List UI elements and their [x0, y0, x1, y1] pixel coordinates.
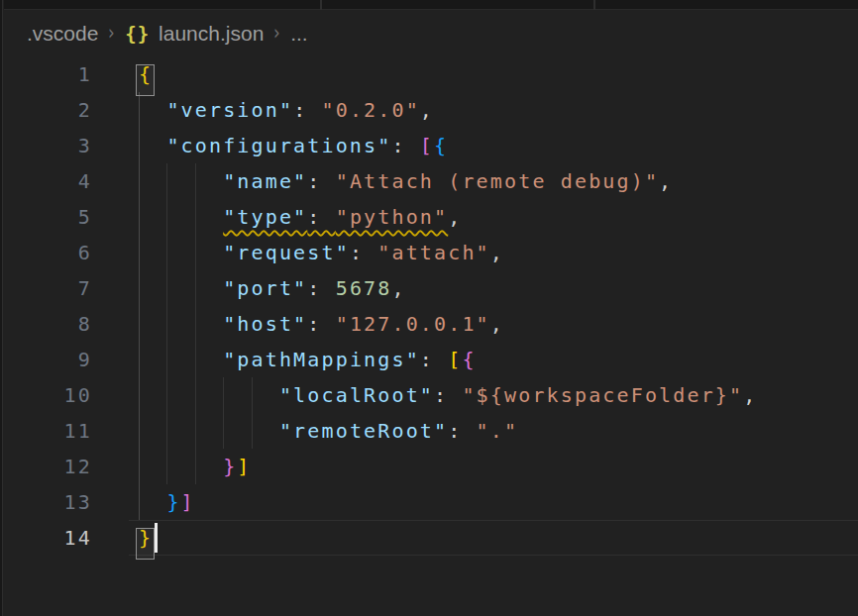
line-number[interactable]: 2: [3, 92, 92, 128]
code-text: "version": "0.2.0",: [139, 92, 858, 128]
breadcrumb-item-symbols[interactable]: ...: [290, 22, 308, 46]
token: :: [307, 276, 335, 300]
code-text: "request": "attach",: [139, 235, 858, 270]
line-number[interactable]: 3: [3, 128, 92, 163]
token: [: [420, 134, 434, 157]
json-file-icon: {}: [125, 23, 150, 45]
line-number[interactable]: 11: [3, 413, 92, 449]
token: ]: [181, 490, 195, 514]
line-number[interactable]: 7: [3, 270, 92, 306]
code-line[interactable]: 8 "host": "127.0.0.1",: [3, 306, 858, 342]
chevron-right-icon: ›: [273, 20, 280, 45]
code-line[interactable]: 10 "localRoot": "${workspaceFolder}",: [3, 377, 858, 413]
chevron-right-icon: ›: [108, 20, 115, 45]
code-text: "type": "python",: [139, 199, 858, 235]
token: :: [307, 169, 335, 193]
token: [: [448, 348, 462, 371]
token: 5678: [336, 276, 392, 300]
token: ,: [490, 241, 504, 264]
token: }: [223, 455, 237, 478]
token: }: [139, 526, 153, 550]
line-number[interactable]: 12: [3, 449, 92, 484]
token: "port": [223, 276, 307, 300]
code-text: }: [139, 520, 858, 556]
code-text: }]: [139, 449, 858, 484]
token: "0.2.0": [322, 98, 420, 122]
token: ,: [420, 98, 434, 122]
code-text: "port": 5678,: [139, 270, 858, 306]
code-tokens: "pathMappings": [{: [139, 348, 477, 371]
tab-divider: [320, 0, 322, 10]
code-line[interactable]: 2 "version": "0.2.0",: [3, 92, 858, 128]
token: ,: [659, 169, 673, 193]
code-line[interactable]: 3 "configurations": [{: [3, 128, 858, 163]
token: :: [420, 348, 448, 371]
token: :: [391, 134, 419, 157]
text-cursor: [155, 523, 158, 553]
code-tokens: {: [139, 62, 153, 86]
tab-divider: [593, 0, 595, 10]
token: "Attach (remote debug)": [336, 169, 659, 193]
code-tokens: }: [139, 526, 153, 550]
code-tokens: "name": "Attach (remote debug)",: [139, 169, 673, 193]
token: ,: [448, 205, 462, 229]
token: "${workspaceFolder}": [462, 383, 743, 407]
line-number[interactable]: 8: [3, 306, 92, 342]
code-tokens: "host": "127.0.0.1",: [139, 312, 504, 336]
code-tokens: "configurations": [{: [139, 134, 448, 157]
token: "host": [223, 312, 307, 336]
code-tokens: "port": 5678,: [139, 276, 406, 300]
code-tokens: "version": "0.2.0",: [139, 98, 434, 122]
code-text: "host": "127.0.0.1",: [139, 306, 858, 342]
line-number[interactable]: 4: [3, 163, 92, 199]
code-text: "name": "Attach (remote debug)",: [139, 163, 858, 199]
code-tokens: }]: [139, 455, 252, 478]
code-text: "configurations": [{: [139, 128, 858, 163]
line-number[interactable]: 1: [3, 56, 92, 92]
code-tokens: "request": "attach",: [139, 241, 504, 264]
token: "type": [223, 205, 307, 229]
line-number[interactable]: 5: [3, 199, 92, 235]
code-text: }]: [139, 484, 858, 520]
line-number[interactable]: 10: [3, 377, 92, 413]
code-line[interactable]: 4 "name": "Attach (remote debug)",: [3, 163, 858, 199]
code-lines[interactable]: 1{2 "version": "0.2.0",3 "configurations…: [3, 56, 858, 556]
code-tokens: "remoteRoot": ".": [139, 419, 518, 443]
token: }: [166, 490, 180, 514]
token: "name": [223, 169, 307, 193]
code-line[interactable]: 6 "request": "attach",: [3, 235, 858, 270]
token: :: [293, 98, 321, 122]
breadcrumb-item-file[interactable]: launch.json: [159, 22, 264, 46]
token: ,: [490, 312, 504, 336]
token: {: [434, 134, 448, 157]
code-line[interactable]: 5 "type": "python",: [3, 199, 858, 235]
code-text: {: [139, 56, 858, 92]
code-line[interactable]: 7 "port": 5678,: [3, 270, 858, 306]
token: "localRoot": [279, 383, 434, 407]
line-number[interactable]: 13: [3, 484, 92, 520]
code-line[interactable]: 11 "remoteRoot": ".": [3, 413, 858, 449]
token: {: [139, 62, 153, 86]
code-text: "remoteRoot": ".": [139, 413, 858, 449]
token: "attach": [377, 241, 490, 264]
token: :: [307, 312, 335, 336]
breadcrumb-item-folder[interactable]: .vscode: [27, 22, 98, 46]
token: ".": [477, 419, 519, 443]
breadcrumb: .vscode › {} launch.json › ...: [4, 11, 858, 55]
token: "configurations": [166, 134, 391, 157]
code-tokens: }]: [139, 490, 195, 514]
line-number[interactable]: 9: [3, 342, 92, 377]
line-number[interactable]: 6: [3, 235, 92, 270]
code-line[interactable]: 14}: [3, 520, 858, 556]
token: {: [462, 348, 476, 371]
code-line[interactable]: 9 "pathMappings": [{: [3, 342, 858, 377]
code-tokens: "type": "python",: [139, 205, 462, 229]
token: ,: [391, 276, 405, 300]
token: "version": [166, 98, 293, 122]
line-number[interactable]: 14: [3, 520, 92, 556]
code-line[interactable]: 1{: [3, 56, 858, 92]
token: "request": [223, 241, 350, 264]
code-line[interactable]: 13 }]: [3, 484, 858, 520]
token: ]: [237, 455, 251, 478]
code-line[interactable]: 12 }]: [3, 449, 858, 484]
